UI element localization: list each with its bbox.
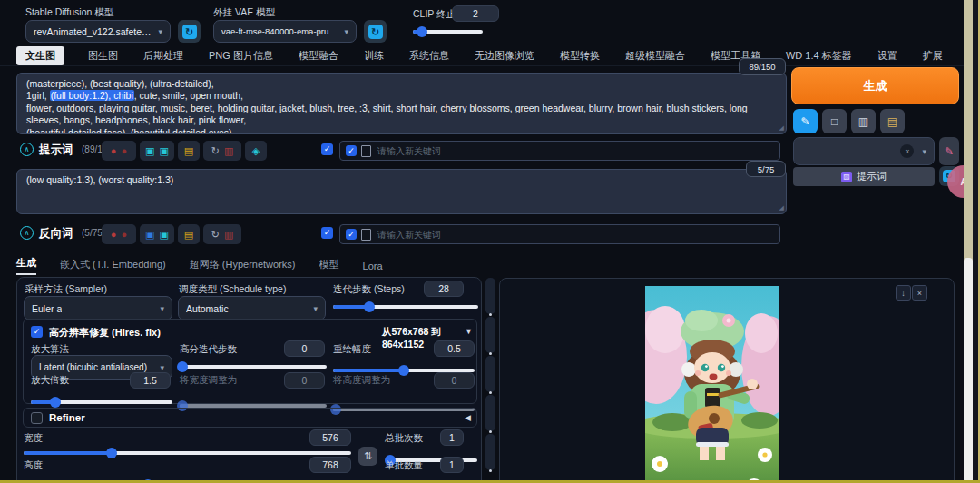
undo-icon[interactable]: ↻ <box>211 230 220 240</box>
vae-select[interactable]: vae-ft-mse-840000-ema-pruned.safetensors… <box>213 20 357 43</box>
scale-slider[interactable] <box>31 400 172 404</box>
page-scrollbar-thumb[interactable] <box>964 258 973 483</box>
slider-knob[interactable] <box>398 365 409 376</box>
sd-model-select[interactable]: revAnimated_v122.safetensors ▾ <box>25 20 171 43</box>
slider-knob[interactable] <box>106 448 117 458</box>
tab-infinite-browser[interactable]: 无边图像浏览 <box>473 46 536 65</box>
slider-knob[interactable] <box>416 26 427 37</box>
batch-count-value[interactable]: 1 <box>440 429 464 446</box>
card-icon[interactable]: ▤ <box>184 146 193 156</box>
collapse-icon[interactable]: ∧ <box>20 226 34 240</box>
panel-divider-handle[interactable] <box>485 278 495 483</box>
negative-toggle-checkbox[interactable]: ✓ <box>321 227 333 239</box>
keyword-input[interactable] <box>376 229 774 241</box>
clip-skip-value[interactable]: 2 <box>452 5 499 22</box>
steps-value[interactable]: 28 <box>424 281 464 297</box>
clear-selection-icon[interactable]: × <box>900 144 914 158</box>
tab-png-info[interactable]: PNG 图片信息 <box>207 46 275 65</box>
subtab-checkpoints[interactable]: 模型 <box>319 258 339 275</box>
resize-handle-icon[interactable]: ◢ <box>779 202 784 213</box>
resize-handle-icon[interactable]: ◢ <box>779 122 784 133</box>
tab-system-info[interactable]: 系统信息 <box>407 46 451 65</box>
styles-button[interactable]: ▨ 提示词 <box>793 167 935 186</box>
tab-settings[interactable]: 设置 <box>876 46 899 65</box>
slider-knob[interactable] <box>364 301 375 312</box>
generated-image[interactable] <box>645 286 779 483</box>
hires-steps-value[interactable]: 0 <box>284 340 325 357</box>
copy-params-button[interactable]: □ <box>822 109 847 133</box>
slider-knob[interactable] <box>177 361 188 372</box>
sd-model-refresh-button[interactable]: ↻ <box>178 20 201 43</box>
output-gallery: ↓ × <box>499 278 955 483</box>
extra-networks-button[interactable]: ▤ <box>880 109 905 133</box>
slider-knob[interactable] <box>50 397 61 408</box>
height-value[interactable]: 768 <box>309 457 351 473</box>
collapse-icon[interactable]: ∧ <box>20 143 34 156</box>
sampler-select[interactable]: Euler a ▾ <box>24 296 172 320</box>
keyword-input[interactable] <box>376 145 774 157</box>
refiner-accordion[interactable]: Refiner ◀ <box>23 408 477 428</box>
tab-super-merger[interactable]: 超级模型融合 <box>623 46 687 65</box>
copy-icon[interactable]: ▣ <box>145 230 154 240</box>
tab-checkpoint-merger[interactable]: 模型融合 <box>297 46 340 65</box>
tab-img2img[interactable]: 图生图 <box>86 46 120 65</box>
width-value[interactable]: 576 <box>309 429 351 446</box>
collapse-caret-icon[interactable]: ◀ <box>465 413 471 422</box>
tab-extensions[interactable]: 扩展 <box>921 46 945 65</box>
prompt-textarea[interactable]: (masterpiece), (best quality), (ultra-de… <box>16 73 787 134</box>
keyword-checkbox[interactable]: ✓ <box>346 145 357 156</box>
subtab-generate[interactable]: 生成 <box>16 256 36 275</box>
undo-icon[interactable]: ↻ <box>211 146 220 156</box>
width-slider[interactable] <box>24 451 351 455</box>
clear-prompt-button[interactable]: ▥ <box>851 109 876 133</box>
prompt-toggle-checkbox[interactable]: ✓ <box>321 143 333 155</box>
clip-skip-slider[interactable] <box>413 30 483 34</box>
card-icon[interactable]: ▤ <box>184 230 193 240</box>
subtab-hypernetworks[interactable]: 超网络 (Hypernetworks) <box>190 258 296 275</box>
hires-checkbox[interactable]: ✓ <box>31 326 43 338</box>
red-dot-icon[interactable]: ● <box>122 146 128 156</box>
subtab-embedding[interactable]: 嵌入式 (T.I. Embedding) <box>60 258 166 275</box>
empty-box-icon[interactable] <box>361 229 371 241</box>
vae-refresh-button[interactable]: ↻ <box>364 20 387 43</box>
denoise-label: 重绘幅度 <box>333 343 371 356</box>
download-image-button[interactable]: ↓ <box>896 285 911 301</box>
styles-select[interactable]: × ▾ <box>793 137 935 165</box>
resize-height-value[interactable]: 0 <box>434 372 475 389</box>
hires-steps-slider[interactable] <box>180 365 327 369</box>
refiner-checkbox[interactable] <box>31 412 43 424</box>
keyword-checkbox[interactable]: ✓ <box>346 229 357 240</box>
red-dot-icon[interactable]: ● <box>111 230 117 240</box>
steps-slider[interactable] <box>333 305 478 309</box>
hires-label: 高分辨率修复 (Hires. fix) <box>49 326 161 340</box>
tab-train[interactable]: 训练 <box>362 46 386 65</box>
tab-wd14-tagger[interactable]: WD 1.4 标签器 <box>784 46 854 65</box>
flower-icon[interactable]: ◈ <box>252 146 260 156</box>
schedule-value: Automatic <box>186 303 229 314</box>
edit-button[interactable]: ✎ <box>793 109 818 133</box>
trash-icon[interactable]: ▥ <box>224 146 233 156</box>
scale-value[interactable]: 1.5 <box>130 372 171 389</box>
apply-styles-button[interactable]: ✎ <box>939 137 959 165</box>
close-image-button[interactable]: × <box>912 285 927 301</box>
negative-textarea[interactable]: (low quality:1.3), (worst quality:1.3) ◢ <box>16 169 787 214</box>
extra-tool-button: ◈ <box>245 141 267 161</box>
copy-icon[interactable]: ▣ <box>145 146 154 156</box>
trash-icon[interactable]: ▥ <box>224 230 233 240</box>
red-dot-icon[interactable]: ● <box>122 230 128 240</box>
swap-dimensions-button[interactable]: ⇅ <box>358 447 377 466</box>
denoise-value[interactable]: 0.5 <box>434 340 475 357</box>
schedule-select[interactable]: Automatic ▾ <box>178 296 326 320</box>
generate-button[interactable]: 生成 <box>791 67 959 104</box>
batch-size-value[interactable]: 1 <box>440 457 464 473</box>
tab-txt2img[interactable]: 文生图 <box>16 46 64 65</box>
subtab-lora[interactable]: Lora <box>363 261 383 275</box>
tab-model-converter[interactable]: 模型转换 <box>558 46 602 65</box>
resize-width-value[interactable]: 0 <box>284 372 325 389</box>
red-dot-icon[interactable]: ● <box>111 146 117 156</box>
paste-icon[interactable]: ▣ <box>160 146 169 156</box>
paste-icon[interactable]: ▣ <box>160 230 169 240</box>
empty-box-icon[interactable] <box>361 145 371 157</box>
tab-extras[interactable]: 后期处理 <box>142 46 185 65</box>
collapse-caret-icon[interactable]: ▼ <box>465 327 473 336</box>
